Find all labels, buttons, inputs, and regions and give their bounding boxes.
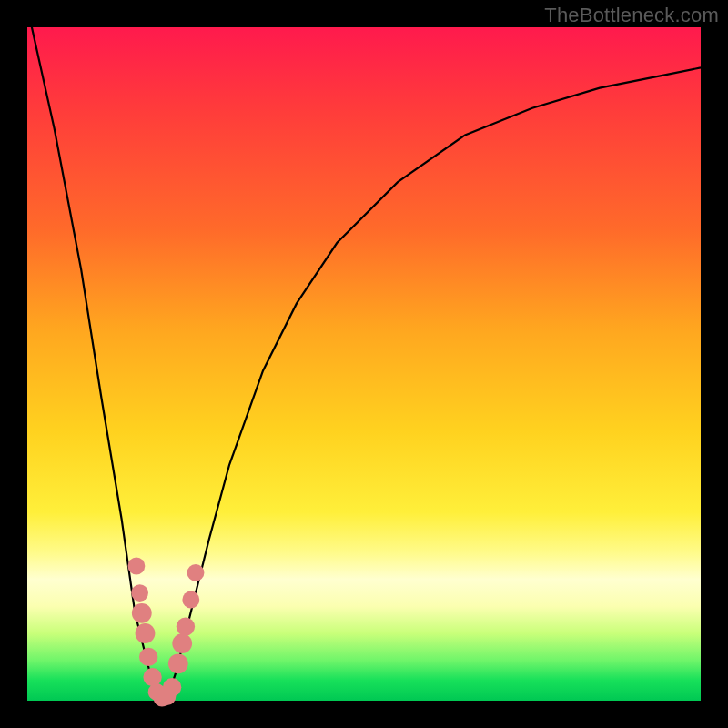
highlight-dot: [187, 564, 205, 581]
curve-layer: [27, 27, 701, 701]
highlight-dot: [168, 653, 188, 673]
highlight-dot: [131, 584, 148, 602]
highlight-dot: [128, 558, 146, 575]
bottleneck-curve: [27, 7, 701, 701]
watermark-text: TheBottleneck.com: [544, 4, 719, 27]
highlight-dot: [132, 603, 152, 623]
highlight-dot: [163, 678, 181, 696]
plot-area: [27, 27, 701, 701]
highlight-dot: [182, 592, 199, 609]
highlight-dot: [172, 633, 192, 653]
highlight-dot: [136, 623, 156, 643]
chart-frame: TheBottleneck.com: [0, 0, 728, 728]
highlight-dot: [143, 668, 161, 686]
highlight-dots: [128, 558, 205, 707]
highlight-dot: [177, 617, 195, 635]
highlight-dot: [139, 648, 157, 666]
